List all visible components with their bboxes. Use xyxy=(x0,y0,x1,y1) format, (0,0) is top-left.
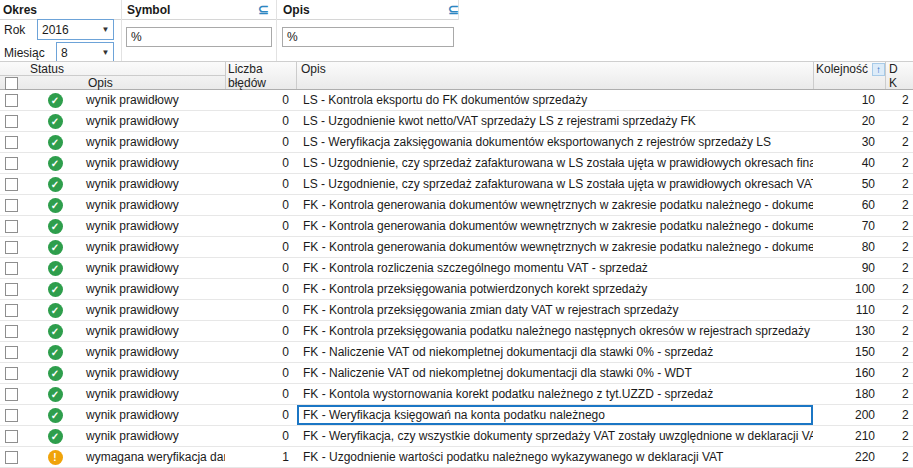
table-row[interactable]: ✓ wynik prawidłowy 0 FK - Kontrola przek… xyxy=(0,321,913,342)
row-checkbox[interactable] xyxy=(5,178,18,191)
table-row[interactable]: ✓ wynik prawidłowy 0 FK - Kontrola rozli… xyxy=(0,258,913,279)
col-header-liczba-bledow-line2[interactable]: błędów xyxy=(228,77,266,90)
row-opis[interactable]: FK - Kontrola przeksięgowania potwierdzo… xyxy=(297,279,813,299)
row-opis[interactable]: LS - Weryfikacja zaksięgowania dokumentó… xyxy=(297,132,813,152)
row-opis[interactable]: FK - Uzgodnienie wartości podatku należn… xyxy=(297,447,813,467)
row-checkbox[interactable] xyxy=(5,94,18,107)
row-opis[interactable]: LS - Uzgodnienie kwot netto/VAT sprzedaż… xyxy=(297,111,813,131)
row-status-cell: ✓ xyxy=(28,153,82,173)
table-row[interactable]: ✓ wynik prawidłowy 0 LS - Uzgodnienie, c… xyxy=(0,174,913,195)
row-opis[interactable]: LS - Uzgodnienie, czy sprzedaż zafakturo… xyxy=(297,174,813,194)
col-header-clipped[interactable]: D xyxy=(889,63,898,76)
row-kolejnosc: 70 xyxy=(813,216,885,236)
row-opis[interactable]: FK - Naliczenie VAT od niekompletnej dok… xyxy=(297,342,813,362)
row-error-count: 0 xyxy=(225,426,297,446)
table-row[interactable]: ✓ wynik prawidłowy 0 FK - Kontrola przek… xyxy=(0,300,913,321)
row-status-opis: wymagana weryfikacja danych xyxy=(82,447,225,467)
row-opis[interactable]: FK - Kontola wystornowania korekt podatk… xyxy=(297,384,813,404)
row-opis[interactable]: FK - Kontrola generowania dokumentów wew… xyxy=(297,237,813,257)
row-opis[interactable]: LS - Uzgodnienie, czy sprzedaż zafakturo… xyxy=(297,153,813,173)
row-opis[interactable]: FK - Kontrola generowania dokumentów wew… xyxy=(297,216,813,236)
row-opis[interactable]: FK - Kontrola przeksięgowania podatku na… xyxy=(297,321,813,341)
row-status-opis: wynik prawidłowy xyxy=(82,321,225,341)
select-all-checkbox[interactable] xyxy=(5,77,18,90)
row-check-cell xyxy=(0,216,28,236)
rok-select[interactable]: 2016 ▼ xyxy=(37,19,114,40)
row-checkbox[interactable] xyxy=(5,220,18,233)
row-kolejnosc: 10 xyxy=(813,90,885,110)
check-circle-icon: ✓ xyxy=(48,366,63,381)
row-checkbox[interactable] xyxy=(5,304,18,317)
miesiac-label: Miesiąc xyxy=(4,46,45,60)
row-checkbox[interactable] xyxy=(5,367,18,380)
filter-icon[interactable]: ⊆ xyxy=(448,3,459,16)
row-status-opis: wynik prawidłowy xyxy=(82,174,225,194)
col-header-opis[interactable]: Opis xyxy=(301,63,326,76)
table-row[interactable]: ✓ wynik prawidłowy 0 FK - Naliczenie VAT… xyxy=(0,342,913,363)
miesiac-value: 8 xyxy=(57,44,98,62)
table-row-selected[interactable]: ✓ wynik prawidłowy 0 FK - Weryfikacja ks… xyxy=(0,405,913,426)
row-opis[interactable]: FK - Kontrola generowania dokumentów wew… xyxy=(297,195,813,215)
table-row[interactable]: ✓ wynik prawidłowy 0 LS - Weryfikacja za… xyxy=(0,132,913,153)
table-row[interactable]: ✓ wynik prawidłowy 0 FK - Kontrola gener… xyxy=(0,216,913,237)
row-checkbox[interactable] xyxy=(5,325,18,338)
col-header-kolejnosc[interactable]: Kolejność xyxy=(816,63,868,76)
row-checkbox[interactable] xyxy=(5,430,18,443)
row-status-cell: ✓ xyxy=(28,216,82,236)
divider xyxy=(225,62,226,89)
row-checkbox[interactable] xyxy=(5,136,18,149)
row-opis[interactable]: LS - Kontrola eksportu do FK dokumentów … xyxy=(297,90,813,110)
table-row[interactable]: ✓ wynik prawidłowy 0 LS - Uzgodnienie, c… xyxy=(0,153,913,174)
col-header-clipped-line2[interactable]: K xyxy=(889,77,897,90)
row-checkbox[interactable] xyxy=(5,388,18,401)
table-row[interactable]: ✓ wynik prawidłowy 0 FK - Weryfikacja, c… xyxy=(0,426,913,447)
sort-ascending-icon[interactable]: ↑ xyxy=(872,63,885,76)
row-checkbox[interactable] xyxy=(5,262,18,275)
row-checkbox[interactable] xyxy=(5,199,18,212)
col-header-status[interactable]: Status xyxy=(30,63,64,76)
row-kolejnosc: 80 xyxy=(813,237,885,257)
col-header-liczba-bledow[interactable]: Liczba xyxy=(228,63,263,76)
row-status-opis: wynik prawidłowy xyxy=(82,258,225,278)
row-check-cell xyxy=(0,237,28,257)
symbol-filter-input[interactable]: % xyxy=(126,27,272,47)
row-opis[interactable]: FK - Kontrola rozliczenia szczególnego m… xyxy=(297,258,813,278)
row-checkbox[interactable] xyxy=(5,283,18,296)
chevron-down-icon[interactable]: ▼ xyxy=(98,25,113,34)
row-checkbox[interactable] xyxy=(5,157,18,170)
table-row[interactable]: ✓ wynik prawidłowy 0 FK - Kontrola gener… xyxy=(0,237,913,258)
row-checkbox[interactable] xyxy=(5,241,18,254)
row-extra: 2 xyxy=(885,153,913,173)
col-header-status-opis[interactable]: Opis xyxy=(88,77,113,90)
filter-icon[interactable]: ⊆ xyxy=(258,3,269,16)
row-opis[interactable]: FK - Weryfikacja księgowań na konta poda… xyxy=(297,405,813,425)
check-circle-icon: ✓ xyxy=(48,114,63,129)
table-row[interactable]: ✓ wynik prawidłowy 0 FK - Kontrola gener… xyxy=(0,195,913,216)
table-row[interactable]: ✓ wynik prawidłowy 0 FK - Kontola wystor… xyxy=(0,384,913,405)
table-row[interactable]: ! wymagana weryfikacja danych 1 FK - Uzg… xyxy=(0,447,913,468)
row-kolejnosc: 90 xyxy=(813,258,885,278)
table-row[interactable]: ✓ wynik prawidłowy 0 LS - Kontrola ekspo… xyxy=(0,90,913,111)
table-row[interactable]: ✓ wynik prawidłowy 0 LS - Uzgodnienie kw… xyxy=(0,111,913,132)
row-status-opis: wynik prawidłowy xyxy=(82,237,225,257)
row-kolejnosc: 220 xyxy=(813,447,885,467)
row-checkbox[interactable] xyxy=(5,346,18,359)
opis-filter-input[interactable]: % xyxy=(282,27,454,47)
row-checkbox[interactable] xyxy=(5,451,18,464)
table-row[interactable]: ✓ wynik prawidłowy 0 FK - Naliczenie VAT… xyxy=(0,363,913,384)
row-kolejnosc: 180 xyxy=(813,384,885,404)
row-checkbox[interactable] xyxy=(5,115,18,128)
row-extra: 2 xyxy=(885,174,913,194)
row-kolejnosc: 150 xyxy=(813,342,885,362)
row-opis[interactable]: FK - Kontrola przeksięgowania zmian daty… xyxy=(297,300,813,320)
row-opis[interactable]: FK - Weryfikacja, czy wszystkie dokument… xyxy=(297,426,813,446)
check-circle-icon: ✓ xyxy=(48,93,63,108)
row-check-cell xyxy=(0,300,28,320)
row-status-opis: wynik prawidłowy xyxy=(82,90,225,110)
chevron-down-icon[interactable]: ▼ xyxy=(98,48,113,57)
row-extra: 2 xyxy=(885,111,913,131)
table-row[interactable]: ✓ wynik prawidłowy 0 FK - Kontrola przek… xyxy=(0,279,913,300)
row-opis[interactable]: FK - Naliczenie VAT od niekompletnej dok… xyxy=(297,363,813,383)
miesiac-select[interactable]: 8 ▼ xyxy=(56,42,114,63)
row-checkbox[interactable] xyxy=(5,409,18,422)
